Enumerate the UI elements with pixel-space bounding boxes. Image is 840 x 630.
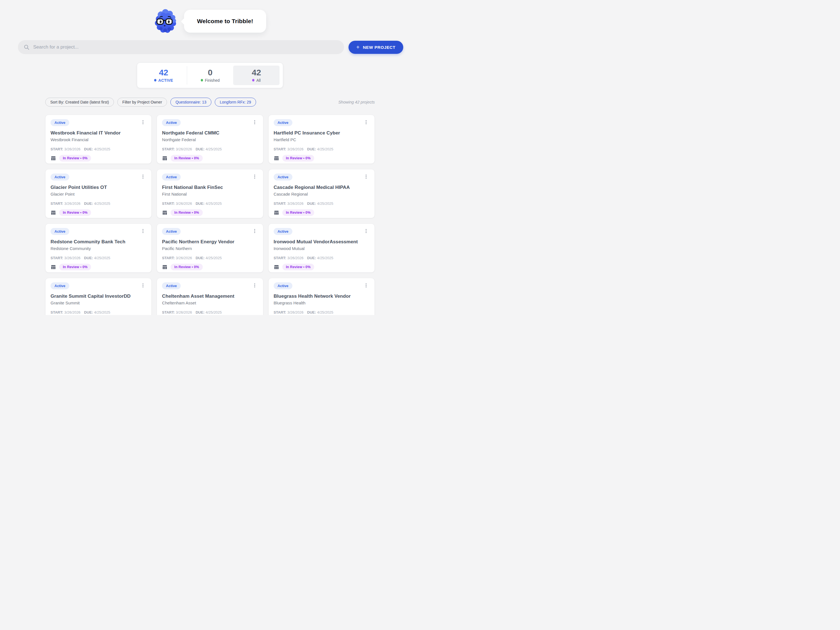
project-title: Westbrook Financial IT Vendor <box>51 130 146 136</box>
project-title: Cheltenham Asset Management <box>162 293 258 299</box>
start-label: START: <box>162 202 175 206</box>
all-count: 42 <box>252 68 261 77</box>
due-date: 4/25/2025 <box>205 310 222 315</box>
filter-owner-chip[interactable]: Filter by Project Owner <box>117 98 167 107</box>
project-title: Granite Summit Capital InvestorDD <box>51 293 146 299</box>
due-label: DUE: <box>196 202 204 206</box>
start-date: 3/26/2026 <box>287 310 303 315</box>
project-grid: Active Westbrook Financial IT Vendor Wes… <box>45 115 375 315</box>
kebab-menu-icon[interactable] <box>140 228 146 234</box>
kebab-menu-icon[interactable] <box>140 282 146 288</box>
start-date: 3/26/2026 <box>176 147 192 151</box>
stat-active[interactable]: 42 ACTIVE <box>141 66 187 85</box>
project-dates: START: 3/26/2026 DUE: 4/25/2025 <box>162 310 258 315</box>
project-company: Granite Summit <box>51 301 146 305</box>
project-card[interactable]: Active Westbrook Financial IT Vendor Wes… <box>45 115 152 164</box>
status-badge: Active <box>274 173 292 181</box>
kebab-menu-icon[interactable] <box>140 119 146 125</box>
stat-finished[interactable]: 0 Finished <box>187 66 234 85</box>
project-card[interactable]: Active Redstone Community Bank Tech Reds… <box>45 224 152 272</box>
search-input[interactable] <box>33 44 338 50</box>
kebab-menu-icon[interactable] <box>363 173 369 180</box>
project-card[interactable]: Active Ironwood Mutual VendorAssessment … <box>268 224 375 272</box>
questionnaire-chip[interactable]: Questionnaire: 13 <box>171 98 212 107</box>
progress-badge: In Review • 0% <box>59 209 91 216</box>
search-bar[interactable] <box>18 40 344 54</box>
kebab-menu-icon[interactable] <box>363 119 369 125</box>
kebab-menu-icon[interactable] <box>251 282 258 288</box>
project-card[interactable]: Active First National Bank FinSec First … <box>157 169 263 218</box>
due-label: DUE: <box>196 256 204 260</box>
welcome-text: Welcome to Tribble! <box>197 18 253 24</box>
start-date: 3/26/2026 <box>64 310 81 315</box>
project-company: Pacific Northern <box>162 246 258 251</box>
project-company: Cheltenham Asset <box>162 301 258 305</box>
status-badge: Active <box>51 119 69 126</box>
project-company: Glacier Point <box>51 192 146 197</box>
project-dates: START: 3/26/2026 DUE: 4/25/2025 <box>162 256 258 260</box>
active-dot-icon <box>154 79 156 82</box>
sort-by-chip[interactable]: Sort By: Created Date (latest first) <box>45 98 114 107</box>
table-icon <box>162 264 167 270</box>
kebab-menu-icon[interactable] <box>251 228 258 234</box>
new-project-button[interactable]: + NEW PROJECT <box>349 41 404 54</box>
project-card[interactable]: Active Bluegrass Health Network Vendor B… <box>268 278 375 315</box>
due-label: DUE: <box>84 147 93 151</box>
project-card[interactable]: Active Glacier Point Utilities OT Glacie… <box>45 169 152 218</box>
kebab-menu-icon[interactable] <box>363 282 369 288</box>
status-badge: Active <box>51 282 69 289</box>
due-date: 4/25/2025 <box>317 202 333 206</box>
welcome-header: Welcome to Tribble! <box>0 8 420 34</box>
due-date: 4/25/2025 <box>94 147 110 151</box>
due-label: DUE: <box>307 147 316 151</box>
progress-badge: In Review • 0% <box>282 155 314 162</box>
table-icon <box>51 210 56 216</box>
start-label: START: <box>51 256 63 260</box>
status-badge: Active <box>162 119 181 126</box>
start-date: 3/26/2026 <box>64 202 81 206</box>
project-title: Ironwood Mutual VendorAssessment <box>274 239 369 245</box>
start-date: 3/26/2026 <box>64 256 81 260</box>
longform-rfx-chip[interactable]: Longform RFx: 29 <box>215 98 256 107</box>
project-card[interactable]: Active Pacific Northern Energy Vendor Pa… <box>157 224 263 272</box>
finished-label: Finished <box>205 78 220 83</box>
start-label: START: <box>51 310 63 315</box>
due-label: DUE: <box>196 310 204 315</box>
due-label: DUE: <box>307 310 316 315</box>
project-company: Redstone Community <box>51 246 146 251</box>
progress-badge: In Review • 0% <box>171 209 202 216</box>
projects-dashboard: Welcome to Tribble! + NEW PROJECT 42 ACT… <box>0 0 420 315</box>
project-card[interactable]: Active Hartfield PC Insurance Cyber Hart… <box>268 115 375 164</box>
start-label: START: <box>51 147 63 151</box>
stat-all[interactable]: 42 All <box>233 66 279 85</box>
status-badge: Active <box>162 228 181 235</box>
kebab-menu-icon[interactable] <box>251 173 258 180</box>
status-badge: Active <box>162 282 181 289</box>
status-badge: Active <box>51 228 69 235</box>
new-project-label: NEW PROJECT <box>363 45 395 50</box>
kebab-menu-icon[interactable] <box>363 228 369 234</box>
due-label: DUE: <box>84 202 93 206</box>
kebab-menu-icon[interactable] <box>140 173 146 180</box>
active-count: 42 <box>159 68 168 77</box>
table-icon <box>162 210 167 216</box>
progress-badge: In Review • 0% <box>171 264 202 270</box>
search-row: + NEW PROJECT <box>18 40 403 54</box>
progress-badge: In Review • 0% <box>59 264 91 270</box>
project-card[interactable]: Active Granite Summit Capital InvestorDD… <box>45 278 152 315</box>
project-card[interactable]: Active Cheltenham Asset Management Chelt… <box>157 278 263 315</box>
project-title: First National Bank FinSec <box>162 185 258 190</box>
due-date: 4/25/2025 <box>94 256 110 260</box>
project-stats-panel: 42 ACTIVE 0 Finished 42 All <box>137 63 283 88</box>
start-date: 3/26/2026 <box>64 147 81 151</box>
project-card[interactable]: Active Cascade Regional Medical HIPAA Ca… <box>268 169 375 218</box>
status-badge: Active <box>274 119 292 126</box>
kebab-menu-icon[interactable] <box>251 119 258 125</box>
table-icon <box>274 264 279 270</box>
start-date: 3/26/2026 <box>176 256 192 260</box>
status-badge: Active <box>274 228 292 235</box>
project-card[interactable]: Active Northgate Federal CMMC Northgate … <box>157 115 263 164</box>
start-label: START: <box>274 310 286 315</box>
project-company: Bluegrass Health <box>274 301 369 305</box>
active-label: ACTIVE <box>158 78 173 83</box>
